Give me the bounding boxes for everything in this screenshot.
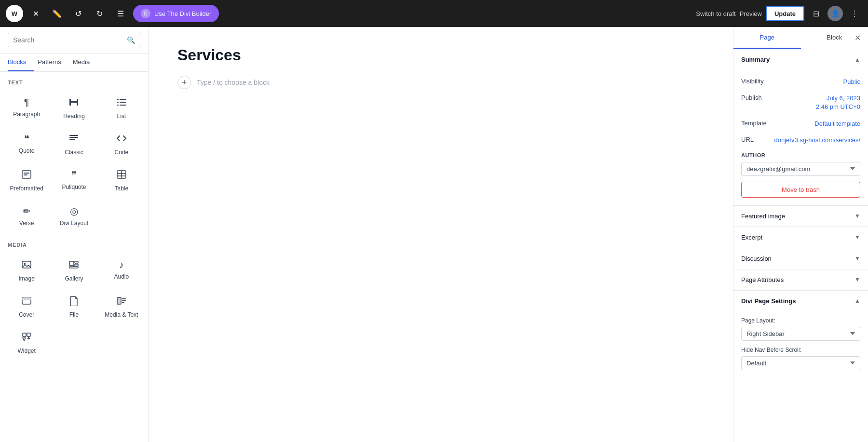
svg-marker-35 — [23, 338, 26, 341]
add-block-button[interactable]: + — [177, 76, 191, 89]
hide-nav-select[interactable]: Default Yes No — [741, 356, 860, 370]
block-heading[interactable]: Heading — [51, 91, 96, 125]
redo-button[interactable]: ↻ — [91, 5, 108, 22]
block-classic-label: Classic — [65, 149, 83, 156]
close-button[interactable]: ✕ — [27, 5, 44, 22]
svg-rect-21 — [22, 261, 31, 268]
svg-rect-5 — [117, 99, 119, 100]
page-attributes-panel[interactable]: Page Attributes ▼ — [733, 269, 868, 291]
divi-settings-header[interactable]: Divi Page Settings ▲ — [733, 291, 868, 311]
summary-panel: Summary ▲ Visibility Public Publish July… — [733, 49, 868, 206]
search-bar: 🔍 — [0, 27, 148, 54]
block-preformatted[interactable]: Preformatted — [4, 163, 49, 198]
file-icon — [68, 295, 79, 308]
svg-rect-8 — [120, 102, 126, 103]
placeholder-text: Type / to choose a block — [197, 79, 270, 86]
block-file-label: File — [69, 311, 79, 318]
media-text-icon — [116, 295, 127, 308]
svg-rect-6 — [120, 99, 126, 100]
block-divi-layout-label: Divi Layout — [60, 220, 88, 227]
block-audio[interactable]: ♪ Audio — [99, 254, 144, 288]
publish-time: 2:46 pm UTC+0 — [816, 103, 860, 111]
switch-draft-button[interactable]: Switch to draft — [696, 10, 735, 17]
page-attributes-chevron-icon: ▼ — [854, 276, 860, 283]
close-sidebar-button[interactable]: ✕ — [851, 31, 864, 45]
block-code[interactable]: Code — [99, 127, 144, 161]
text-section-label: TEXT — [0, 72, 148, 89]
author-select[interactable]: deezgrafix@gmail.com — [741, 162, 860, 176]
settings-button[interactable]: ⋮ — [847, 6, 862, 21]
tab-patterns[interactable]: Patterns — [38, 54, 68, 71]
svg-rect-4 — [69, 101, 78, 103]
publish-value[interactable]: July 6, 2023 2:46 pm UTC+0 — [816, 94, 860, 111]
svg-rect-11 — [69, 135, 78, 136]
preview-button[interactable]: Preview — [740, 10, 762, 17]
svg-rect-29 — [117, 297, 121, 304]
url-row: URL donjetv3.sg-host.com/services/ — [741, 132, 860, 148]
divi-builder-button[interactable]: D Use The Divi Builder — [133, 5, 219, 22]
svg-rect-7 — [117, 102, 119, 103]
undo-button[interactable]: ↺ — [69, 5, 87, 22]
toolbar: W ✕ ✏️ ↺ ↻ ☰ D Use The Divi Builder Swit… — [0, 0, 868, 27]
author-label: AUTHOR — [741, 152, 860, 158]
gallery-icon — [68, 259, 79, 272]
block-verse[interactable]: ✏ Verse — [4, 200, 49, 232]
preformatted-icon — [21, 169, 32, 182]
block-quote-label: Quote — [19, 147, 35, 154]
list-icon — [116, 97, 127, 110]
template-key: Template — [741, 120, 767, 127]
svg-rect-33 — [23, 333, 26, 336]
block-cover[interactable]: Cover — [4, 290, 49, 324]
search-input[interactable] — [13, 36, 123, 44]
featured-image-panel[interactable]: Featured image ▼ — [733, 206, 868, 227]
publish-row: Publish July 6, 2023 2:46 pm UTC+0 — [741, 90, 860, 115]
publish-key: Publish — [741, 94, 762, 101]
divi-settings-chevron-icon: ▲ — [854, 297, 860, 304]
block-gallery[interactable]: Gallery — [51, 254, 96, 288]
media-blocks-grid: Image Gallery ♪ Audio Cover — [0, 252, 148, 362]
block-divi-layout[interactable]: ◎ Divi Layout — [51, 200, 96, 232]
discussion-panel[interactable]: Discussion ▼ — [733, 248, 868, 269]
block-image[interactable]: Image — [4, 254, 49, 288]
tab-media[interactable]: Media — [73, 54, 97, 71]
summary-panel-header[interactable]: Summary ▲ — [733, 49, 868, 70]
block-media-text[interactable]: Media & Text — [99, 290, 144, 324]
block-file[interactable]: File — [51, 290, 96, 324]
block-list-label: List — [117, 113, 126, 120]
editor-area: + Type / to choose a block — [149, 27, 733, 442]
template-value[interactable]: Default template — [814, 120, 860, 128]
block-table[interactable]: Table — [99, 163, 144, 198]
tab-page[interactable]: Page — [733, 27, 801, 49]
right-sidebar: Page Block ✕ Summary ▲ Visibility Public… — [733, 27, 868, 442]
edit-button[interactable]: ✏️ — [48, 5, 66, 22]
block-classic[interactable]: Classic — [51, 127, 96, 161]
block-placeholder-area[interactable]: + Type / to choose a block — [177, 72, 704, 93]
svg-rect-15 — [24, 173, 29, 174]
svg-rect-13 — [69, 139, 75, 140]
tab-blocks[interactable]: Blocks — [8, 54, 34, 71]
update-button[interactable]: Update — [766, 6, 804, 21]
list-view-button[interactable]: ☰ — [112, 5, 129, 22]
visibility-value[interactable]: Public — [843, 78, 860, 86]
visibility-row: Visibility Public — [741, 74, 860, 90]
table-icon — [116, 169, 127, 182]
page-layout-select[interactable]: Right Sidebar Left Sidebar Full Width No… — [741, 327, 860, 341]
summary-panel-body: Visibility Public Publish July 6, 2023 2… — [733, 70, 868, 205]
block-cover-label: Cover — [19, 311, 34, 318]
divi-icon: D — [141, 9, 150, 18]
block-quote[interactable]: ❝ Quote — [4, 127, 49, 161]
block-pullquote[interactable]: ❞ Pullquote — [51, 163, 96, 198]
url-value[interactable]: donjetv3.sg-host.com/services/ — [774, 136, 860, 145]
move-to-trash-button[interactable]: Move to trash — [741, 182, 860, 198]
block-widget[interactable]: Widget — [4, 326, 49, 360]
excerpt-panel[interactable]: Excerpt ▼ — [733, 227, 868, 248]
excerpt-label: Excerpt — [741, 234, 762, 241]
block-list[interactable]: List — [99, 91, 144, 125]
svg-rect-34 — [27, 333, 30, 336]
block-paragraph[interactable]: ¶ Paragraph — [4, 91, 49, 125]
text-blocks-grid: ¶ Paragraph Heading List ❝ Quote — [0, 89, 148, 234]
page-title-input[interactable] — [177, 46, 704, 64]
block-gallery-label: Gallery — [65, 275, 83, 282]
view-toggle-button[interactable]: ⊟ — [808, 6, 824, 21]
svg-rect-32 — [122, 302, 124, 303]
